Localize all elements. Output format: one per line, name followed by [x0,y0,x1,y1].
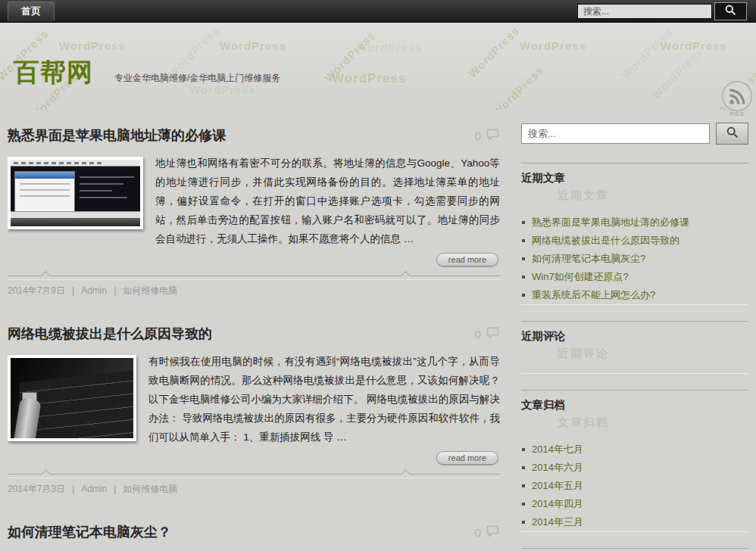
read-more-row: read more [8,447,500,469]
rss-icon [719,80,755,112]
list-item: 如何清理笔记本电脑灰尘? [521,250,748,268]
comment-count: 0 [475,526,481,539]
watermark-text: WordPress [466,23,522,79]
article-divider [8,474,500,478]
comment-count: 0 [475,129,481,142]
article-title[interactable]: 如何清理笔记本电脑灰尘？ [8,523,171,541]
search-icon [726,126,739,142]
article-divider [8,276,500,280]
widget-categories: 分类目录 分类目录 如何维修电脑 [521,548,748,551]
widget-ghost-title: 近期评论 [558,347,748,361]
archive-link[interactable]: 2014年七月 [532,444,583,455]
article: 熟悉界面是苹果电脑地址薄的必修课 0 [8,120,500,299]
thumbnail-art [11,160,140,167]
article: 如何清理笔记本电脑灰尘？ 0 如何为笔记本散热呢?金华电脑维 [8,517,500,551]
widget-title: 文章归档 [521,398,748,412]
article-head: 如何清理笔记本电脑灰尘？ 0 [8,517,500,550]
page: 首页 WordPress WordPress WordPress WordPre… [0,0,756,551]
archive-link[interactable]: 2014年四月 [532,498,583,509]
widget-recent-posts: 近期文章 近期文章 熟悉界面是苹果电脑地址薄的必修课 网络电缆被拔出是什么原因导… [521,163,748,304]
widget-title: 近期评论 [521,329,748,344]
article: 网络电缆被拔出是什么原因导致的 0 [8,319,500,497]
recent-post-link[interactable]: 网络电缆被拔出是什么原因导致的 [532,235,679,246]
watermark-text: WordPress [490,63,546,110]
list-item: 2014年六月 [521,459,748,477]
widget-ghost-title: 近期文章 [558,188,748,203]
watermark-text: WordPress [189,83,256,96]
watermark-text: WordPress [619,25,675,81]
article-title[interactable]: 熟悉界面是苹果电脑地址薄的必修课 [8,126,226,145]
watermark-text: WordPress [332,71,406,86]
meta-category-link[interactable]: 如何维修电脑 [123,484,177,494]
comments-link[interactable]: 0 [475,128,500,143]
archive-link[interactable]: 2014年五月 [532,480,583,491]
archive-link[interactable]: 2014年三月 [532,516,583,528]
rss-link[interactable]: RSS [719,80,755,117]
meta-separator: | [114,285,116,296]
rss-label: RSS [719,111,755,117]
meta-separator: | [72,285,74,296]
recent-post-link[interactable]: 熟悉界面是苹果电脑地址薄的必修课 [532,216,689,228]
recent-post-link[interactable]: 重装系统后不能上网怎么办? [532,289,655,300]
article-head: 熟悉界面是苹果电脑地址薄的必修课 0 [8,120,500,154]
comments-link[interactable]: 0 [475,525,500,540]
sidebar: 近期文章 近期文章 熟悉界面是苹果电脑地址薄的必修课 网络电缆被拔出是什么原因导… [521,120,748,551]
list-item: Win7如何创建还原点? [521,268,748,286]
widget-recent-comments: 近期评论 近期评论 [521,321,748,373]
search-icon [724,4,737,19]
meta-author-link[interactable]: Admin [81,484,107,494]
meta-date: 2014年7月3日 [8,484,65,494]
meta-author-link[interactable]: Admin [81,285,107,296]
home-tab[interactable]: 首页 [8,2,55,21]
comment-bubble-icon [486,326,500,341]
site-title[interactable]: 百帮网 [14,59,93,85]
article-thumbnail[interactable] [8,157,143,229]
watermark-text: WordPress [220,39,286,52]
archive-link[interactable]: 2014年六月 [532,462,583,473]
comment-bubble-icon [486,128,500,143]
meta-date: 2014年7月9日 [8,285,65,296]
archives-list: 2014年七月 2014年六月 2014年五月 2014年四月 2014年三月 [521,440,748,531]
widget-ghost-title: 文章归档 [558,416,748,430]
list-item: 熟悉界面是苹果电脑地址薄的必修课 [521,213,748,232]
list-item: 2014年四月 [521,495,748,513]
list-item: 2014年五月 [521,477,748,495]
widget-archives: 文章归档 文章归档 2014年七月 2014年六月 2014年五月 2014年四… [521,390,748,531]
thumbnail-art [11,211,140,218]
article-excerpt: 有时候我在使用电脑的时候，有没有遇到“网络电缆被拔出”这几个字，从而导致电脑断网… [148,356,500,443]
meta-separator: | [114,484,116,494]
comments-link[interactable]: 0 [475,326,500,341]
sidebar-search-button[interactable] [716,123,748,145]
read-more-button[interactable]: read more [436,253,498,266]
read-more-button[interactable]: read more [436,451,498,465]
meta-separator: | [72,484,74,494]
watermark-text: WordPress [59,39,126,52]
article-excerpt: 地址簿也和网络有着密不可分的联系。将地址簿的信息与Google、Yahoo等的地… [155,157,500,244]
watermark-text: WordPress [520,39,586,52]
article-head: 网络电缆被拔出是什么原因导致的 0 [8,319,500,352]
thumbnail-art [80,176,134,204]
article-title[interactable]: 网络电缆被拔出是什么原因导致的 [8,325,212,343]
watermark-text: WordPress [649,45,705,101]
content: 熟悉界面是苹果电脑地址薄的必修课 0 [0,110,756,551]
watermark-text: WordPress [322,28,378,84]
sidebar-search-input[interactable] [521,123,710,144]
meta-category-link[interactable]: 如何维修电脑 [123,285,177,296]
list-item: 网络电缆被拔出是什么原因导致的 [521,232,748,250]
sidebar-search [521,123,748,145]
topbar-search-input[interactable] [577,4,712,19]
comment-count: 0 [475,328,481,341]
article-body: 地址簿也和网络有着密不可分的联系。将地址簿的信息与Google、Yahoo等的地… [8,154,500,270]
topbar-search-button[interactable] [714,2,747,20]
read-more-row: read more [8,248,500,270]
article-body: 有时候我在使用电脑的时候，有没有遇到“网络电缆被拔出”这几个字，从而导致电脑断网… [8,352,500,469]
watermark-text: WordPress [356,41,423,54]
recent-post-link[interactable]: Win7如何创建还原点? [532,271,629,282]
recent-post-link[interactable]: 如何清理笔记本电脑灰尘? [532,253,645,264]
topbar: 首页 [0,0,756,23]
recent-posts-list: 熟悉界面是苹果电脑地址薄的必修课 网络电缆被拔出是什么原因导致的 如何清理笔记本… [521,213,748,304]
watermark-text: WordPress [661,39,727,52]
list-item: 2014年三月 [521,513,748,531]
article-thumbnail[interactable] [8,355,136,441]
site-header: WordPress WordPress WordPress WordPress … [0,23,756,110]
